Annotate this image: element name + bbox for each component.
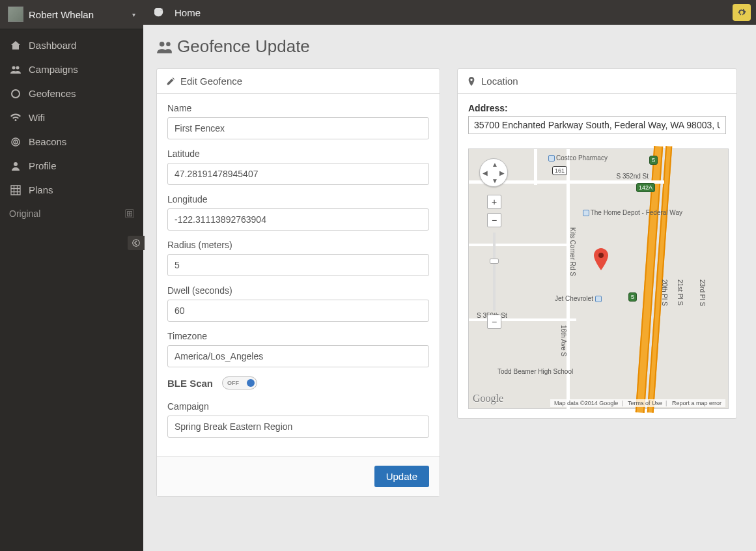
marker-icon [594,248,608,270]
sidebar-item-label: Beacons [29,136,66,147]
label-dwell: Dwell (seconds) [167,285,429,296]
svg-point-8 [160,41,165,46]
map-shield-i5: 5 [649,156,658,165]
pan-up-icon[interactable]: ▲ [492,161,498,168]
map-report-link[interactable]: Report a map error [672,400,721,406]
plus-icon[interactable]: ⊞ [125,209,134,218]
zoom-out-button[interactable]: − [487,315,501,329]
users-icon [156,40,173,54]
avatar [8,7,23,22]
map-shield-161: 161 [552,166,567,175]
edit-icon [166,77,175,86]
timezone-field[interactable] [167,345,429,367]
map-poi-costco: Costco Pharmacy [548,154,608,162]
sidebar-item-profile[interactable]: Profile [0,154,143,178]
panel-title: Edit Geofence [180,76,242,87]
edit-geofence-panel: Edit Geofence Name Latitude Longitude Ra… [156,68,440,497]
svg-point-2 [12,90,20,98]
pan-left-icon[interactable]: ◀ [483,169,488,177]
map-shield-142a: 142A [636,183,655,192]
name-field[interactable] [167,117,429,139]
sidebar-item-geofences[interactable]: Geofences [0,81,143,106]
sidebar-item-label: Dashboard [29,40,76,51]
label-longitude: Longitude [167,194,429,205]
map-copyright: Map data ©2014 Google [554,400,618,406]
longitude-field[interactable] [167,208,429,231]
breadcrumb[interactable]: Home [175,7,201,18]
latitude-field[interactable] [167,163,429,185]
sidebar-item-plans[interactable]: Plans [0,178,143,202]
label-campaign: Campaign [167,401,429,412]
zoom-thumb[interactable] [490,259,499,264]
svg-point-7 [133,240,140,247]
update-button[interactable]: Update [374,466,429,487]
map-poi-homedepot: The Home Depot - Federal Way [583,209,682,216]
chevron-down-icon: ▾ [132,11,135,18]
sidebar-item-label: Wifi [29,112,45,123]
user-icon [9,161,22,171]
sidebar-item-wifi[interactable]: Wifi [0,106,143,130]
map-logo: Google [473,393,503,404]
map-road-161 [534,149,537,185]
zoom-in-button[interactable]: + [487,195,501,209]
svg-point-6 [14,162,18,166]
pin-icon [467,77,476,86]
sidebar-item-label: Plans [29,184,53,195]
refresh-button[interactable] [151,5,167,20]
map-zoom-control: + − − [487,195,501,333]
page-title: Geofence Update [156,36,743,57]
map-footer: Map data ©2014 Google| Terms of Use| Rep… [550,399,725,407]
ble-toggle[interactable]: OFF [222,376,257,389]
svg-point-5 [15,141,16,143]
label-name: Name [167,103,429,113]
settings-button[interactable] [733,4,751,21]
pan-down-icon[interactable]: ▼ [492,177,498,184]
zoom-reset-button[interactable]: − [487,213,501,227]
address-field[interactable] [468,116,726,134]
sidebar-item-label: Profile [29,160,57,171]
nav-list: Dashboard Campaigns Geofences Wifi Beaco… [0,29,143,202]
map-roadlabel-16: 16th Ave S [560,325,567,356]
refresh-icon [154,8,163,17]
content: Geofence Update Edit Geofence Name Latit… [143,25,756,551]
gear-icon [737,8,746,17]
panel-header-edit: Edit Geofence [157,69,440,94]
map-marker[interactable] [594,248,608,272]
map-poi-todd: Todd Beamer High School [497,368,573,375]
sidebar-item-beacons[interactable]: Beacons [0,130,143,154]
zoom-slider[interactable] [493,233,496,311]
map-terms-link[interactable]: Terms of Use [628,400,662,406]
map-roadlabel-21: 21st Pl S [677,279,684,305]
target-icon [9,137,22,147]
panel-header-location: Location [458,69,736,94]
location-panel: Location Address: 161 5 [457,68,737,419]
svg-point-0 [12,66,16,69]
label-timezone: Timezone [167,331,429,341]
wifi-icon [9,113,22,123]
sidebar-item-label: Campaigns [29,64,78,75]
map[interactable]: 161 5 5 142A Costco Pharmacy The Home De… [468,148,729,409]
label-radius: Radius (meters) [167,240,429,250]
map-pan-control[interactable]: ▲ ▼ ◀ ▶ [479,158,508,187]
dwell-field[interactable] [167,300,429,322]
label-address: Address: [468,103,726,113]
sidebar-item-campaigns[interactable]: Campaigns [0,57,143,81]
section-label-text: Original [9,208,40,219]
grid-icon [9,185,22,195]
campaign-field[interactable] [167,416,429,438]
map-poi-jet: Jet Chevrolet [555,295,603,302]
sidebar-item-dashboard[interactable]: Dashboard [0,33,143,57]
sidebar-section-original[interactable]: Original ⊞ [0,202,143,225]
user-menu[interactable]: Robert Whelan ▾ [0,0,143,29]
map-roadlabel-kits: Kits Corner Rd S [569,227,576,276]
sidebar-item-label: Geofences [29,88,76,99]
label-ble: BLE Scan [167,378,213,389]
pan-right-icon[interactable]: ▶ [499,169,505,177]
label-latitude: Latitude [167,148,429,159]
sidebar-collapse-button[interactable] [128,236,145,250]
svg-point-9 [166,42,170,46]
radius-field[interactable] [167,254,429,276]
toggle-knob [247,379,255,387]
svg-point-10 [598,253,604,258]
topbar: Home [143,0,756,25]
